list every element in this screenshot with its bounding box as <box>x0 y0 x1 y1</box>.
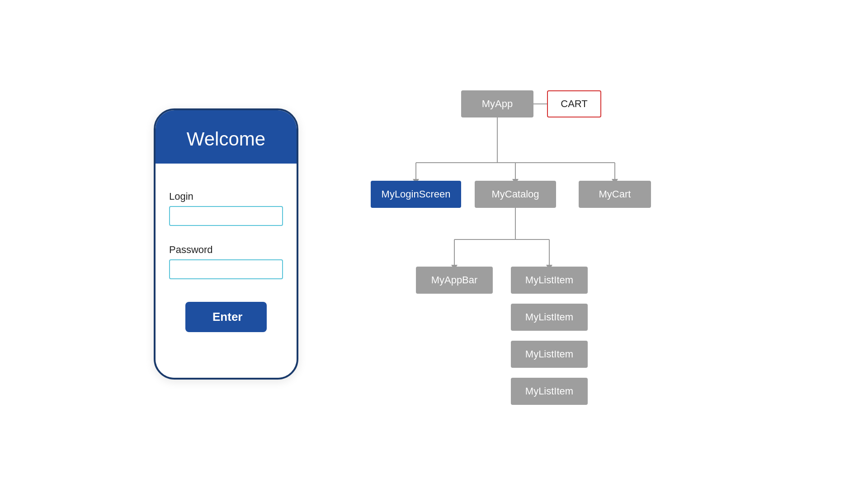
password-group: Password <box>169 235 283 279</box>
node-listitem-1: MyListItem <box>511 267 588 294</box>
node-mycart: MyCart <box>579 181 651 208</box>
welcome-title: Welcome <box>165 128 288 150</box>
node-cart: CART <box>547 90 601 117</box>
phone-header: Welcome <box>156 110 297 164</box>
component-diagram: MyApp CART MyLoginScreen MyCatalog MyCar… <box>371 90 714 398</box>
login-label: Login <box>169 191 283 202</box>
main-container: Welcome Login Password Enter <box>0 90 868 398</box>
node-listitem-4: MyListItem <box>511 378 588 405</box>
node-login-screen: MyLoginScreen <box>371 181 461 208</box>
node-listitem-3: MyListItem <box>511 341 588 368</box>
phone-mockup: Welcome Login Password Enter <box>154 108 298 380</box>
node-myapp: MyApp <box>461 90 533 117</box>
login-input[interactable] <box>169 206 283 226</box>
node-appbar: MyAppBar <box>416 267 493 294</box>
phone-body: Login Password Enter <box>156 164 297 378</box>
node-catalog: MyCatalog <box>475 181 556 208</box>
password-input[interactable] <box>169 259 283 279</box>
password-label: Password <box>169 244 283 256</box>
node-listitem-2: MyListItem <box>511 304 588 331</box>
login-group: Login <box>169 182 283 226</box>
enter-button[interactable]: Enter <box>185 302 267 332</box>
